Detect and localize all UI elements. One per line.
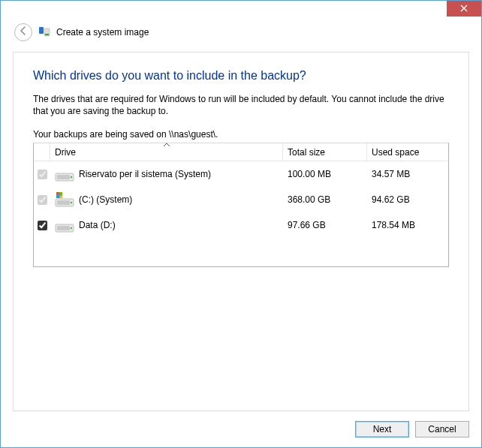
close-icon (460, 3, 468, 14)
table-row[interactable]: Riservato per il sistema (System) 100.00… (34, 161, 448, 187)
sort-ascending-icon (163, 143, 170, 147)
column-used-space-label: Used space (372, 147, 419, 158)
cancel-button[interactable]: Cancel (415, 421, 469, 437)
row-drive-cell: (C:) (System) (50, 192, 283, 207)
row-checkbox-cell (34, 195, 50, 205)
svg-point-13 (71, 202, 72, 203)
hdd-icon (55, 167, 74, 182)
table-row[interactable]: (C:) (System) 368.00 GB 94.62 GB (34, 187, 448, 212)
svg-rect-7 (56, 192, 59, 195)
column-total-size-label: Total size (288, 147, 325, 158)
svg-rect-15 (57, 226, 70, 230)
svg-point-16 (71, 227, 72, 229)
svg-rect-10 (60, 196, 63, 199)
row-checkbox-cell (34, 221, 50, 230)
row-drive-cell: Riservato per il sistema (System) (50, 167, 283, 182)
wizard-window: Create a system image Which drives do yo… (0, 0, 482, 448)
svg-rect-0 (39, 27, 44, 34)
backup-location-suffix: . (215, 129, 218, 140)
backup-location-prefix: Your backups are being saved on (33, 129, 169, 140)
drive-checkbox (38, 195, 47, 205)
row-used-space: 94.62 GB (367, 194, 448, 205)
next-button[interactable]: Next (355, 421, 409, 437)
page-heading: Which drives do you want to include in t… (33, 69, 449, 83)
hdd-windows-icon (55, 192, 74, 207)
row-total-size: 100.00 MB (283, 169, 367, 179)
row-used-space: 34.57 MB (367, 169, 448, 179)
page-description: The drives that are required for Windows… (33, 93, 449, 117)
content-panel: Which drives do you want to include in t… (13, 52, 469, 411)
footer: Next Cancel (1, 411, 481, 447)
svg-rect-8 (60, 192, 63, 195)
drive-name: Data (D:) (79, 220, 116, 230)
hdd-icon (55, 218, 74, 233)
column-drive-label: Drive (55, 147, 76, 158)
window-title: Create a system image (56, 27, 149, 38)
row-total-size: 368.00 GB (283, 194, 367, 205)
drive-name: (C:) (System) (79, 194, 132, 205)
column-drive[interactable]: Drive (50, 143, 283, 161)
close-button[interactable] (447, 1, 481, 17)
row-checkbox-cell (34, 170, 50, 179)
row-used-space: 178.54 MB (367, 220, 448, 230)
drive-checkbox (38, 170, 47, 179)
row-total-size: 97.66 GB (283, 220, 367, 230)
svg-rect-2 (45, 34, 49, 35)
drive-checkbox[interactable] (38, 221, 47, 230)
system-image-icon (38, 26, 50, 38)
row-drive-cell: Data (D:) (50, 218, 283, 233)
svg-rect-12 (57, 200, 70, 205)
table-row[interactable]: Data (D:) 97.66 GB 178.54 MB (34, 212, 448, 238)
table-header: Drive Total size Used space (34, 143, 448, 161)
svg-rect-4 (57, 175, 70, 179)
arrow-left-icon (18, 26, 29, 39)
svg-rect-9 (56, 196, 59, 199)
column-used-space[interactable]: Used space (367, 143, 448, 161)
backup-location-path: \\nas\guest\ (169, 129, 215, 140)
table-body: Riservato per il sistema (System) 100.00… (34, 161, 448, 266)
backup-location-line: Your backups are being saved on \\nas\gu… (33, 129, 449, 140)
titlebar (447, 1, 481, 17)
drive-table: Drive Total size Used space (33, 143, 449, 267)
column-total-size[interactable]: Total size (283, 143, 367, 161)
svg-point-5 (71, 176, 72, 178)
back-button[interactable] (14, 23, 32, 41)
column-checkbox (34, 143, 50, 161)
header-row: Create a system image (14, 23, 468, 41)
drive-name: Riservato per il sistema (System) (79, 169, 211, 179)
